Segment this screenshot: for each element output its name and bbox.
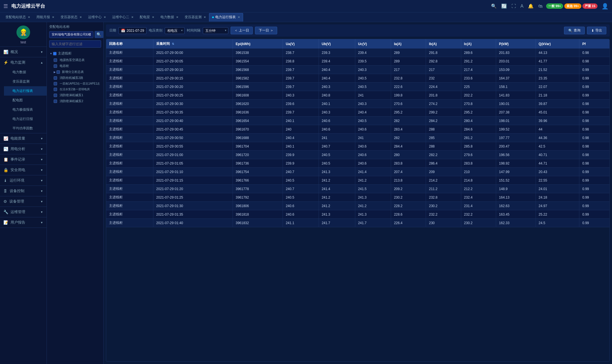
table-row[interactable]: 主进线柜2021-07-29 01:403961832241.1241.7241…: [106, 219, 609, 227]
tree-item-new-cabinet[interactable]: ▶ 新增分立柜总表: [53, 69, 101, 75]
table-row[interactable]: 主进线柜2021-07-29 00:553961704240.1240.7240…: [106, 142, 609, 151]
font-icon[interactable]: A: [519, 3, 525, 9]
table-row[interactable]: 主进线柜2021-07-29 01:353961818240.6241.3241…: [106, 210, 609, 219]
tree-item-ape[interactable]: 一层南1APE2右一层北1APE1左: [53, 81, 101, 87]
table-row[interactable]: 主进线柜2021-07-29 01:053961736239.9240.5240…: [106, 159, 609, 168]
notification-icon[interactable]: 🔔: [527, 3, 535, 9]
sidebar-item-device-mgmt[interactable]: ⚙ 设备管理 ▼: [0, 196, 47, 207]
sidebar-item-power-report[interactable]: 电力运行报表: [4, 86, 47, 96]
tab-close-icon[interactable]: ✕: [204, 16, 206, 19]
sidebar-item-device-control[interactable]: 🎛 设备控制 ▼: [0, 186, 47, 196]
tree-checkbox[interactable]: [54, 76, 57, 80]
table-row[interactable]: 主进线柜2021-07-29 01:253961792240.5241.2241…: [106, 193, 609, 202]
tree-checkbox[interactable]: ✓: [53, 52, 57, 55]
export-button[interactable]: ⬇ 导出: [587, 27, 606, 34]
query-button[interactable]: 🔍 查询: [564, 27, 585, 34]
tree-item-sprinkler2[interactable]: 消防喷淋机械泵2: [53, 98, 101, 104]
voltage-select[interactable]: 相电压 线电压: [165, 27, 185, 34]
tab-power-data[interactable]: 电力数据 ✕: [157, 13, 181, 22]
tree-item-sprinkler1[interactable]: 消防喷淋机械泵1: [53, 92, 101, 98]
tab-distribution-room[interactable]: 配电室 ✕: [137, 13, 157, 22]
next-day-button[interactable]: 下一日 ＞: [255, 27, 277, 34]
table-row[interactable]: 主进线柜2021-07-29 01:003961720239.9240.5240…: [106, 151, 609, 159]
tree-checkbox[interactable]: [54, 82, 57, 85]
search-icon[interactable]: 🔍: [490, 3, 498, 9]
station-input[interactable]: [49, 31, 93, 38]
col-pf[interactable]: Pf: [579, 39, 609, 49]
tab-close-icon[interactable]: ✕: [104, 16, 106, 19]
table-row[interactable]: 主进线柜2021-07-29 00:503961688240.424124128…: [106, 134, 609, 142]
table-row[interactable]: 主进线柜2021-07-29 00:353961636239.7240.3240…: [106, 108, 609, 117]
table-row[interactable]: 主进线柜2021-07-29 01:203961778240.7241.4241…: [106, 185, 609, 193]
sidebar-item-events[interactable]: 📋 事件记录 ▼: [0, 154, 47, 165]
sidebar-item-power-extreme[interactable]: 电力极值报表: [4, 105, 47, 114]
refresh-icon[interactable]: 🔄: [500, 3, 508, 9]
station-search-button[interactable]: 🔍: [95, 31, 103, 38]
col-q[interactable]: Q(kVar): [536, 39, 579, 49]
tree-item-fire-pump2[interactable]: 消防栓机械泵2路: [53, 75, 101, 81]
sidebar-item-power-analysis[interactable]: 📉 用电分析 ▼: [0, 144, 47, 154]
table-row[interactable]: 主进线柜2021-07-29 00:053961554238.8239.4239…: [106, 57, 609, 66]
col-ua[interactable]: Ua(V): [283, 39, 319, 49]
tab-station-status[interactable]: 变配电站状态 ✕: [2, 13, 33, 22]
tab-close-icon[interactable]: ✕: [28, 16, 30, 19]
tab-transformer-status[interactable]: 变压器状态 ✕: [57, 13, 85, 22]
table-row[interactable]: 主进线柜2021-07-29 01:153961766240.5241.2241…: [106, 176, 609, 185]
tab-ops-center[interactable]: 运维中心 ✕: [85, 13, 109, 22]
tree-root-item[interactable]: ▼ ✓ 主进线柜: [49, 50, 101, 57]
tab-ops-center2[interactable]: 运维中心二 ✕: [109, 13, 137, 22]
tree-checkbox[interactable]: [57, 70, 60, 74]
col-uc[interactable]: Uc(V): [355, 39, 391, 49]
col-route[interactable]: 回路名称: [106, 39, 153, 49]
tab-close-icon[interactable]: ✕: [131, 16, 133, 19]
col-epi[interactable]: Epi(kWh): [233, 39, 283, 49]
sidebar-item-ops-mgmt[interactable]: 🔧 运维管理 ▼: [0, 207, 47, 217]
table-row[interactable]: 主进线柜2021-07-29 00:303961620239.6240.1240…: [106, 100, 609, 108]
col-ib[interactable]: Ib(A): [426, 39, 461, 49]
table-row[interactable]: 主进线柜2021-07-29 01:103961754240.7241.3241…: [106, 168, 609, 176]
prev-day-button[interactable]: ＜ 上一日: [231, 27, 253, 34]
sidebar-item-environment[interactable]: 🌡 运行环境 ▼: [0, 175, 47, 186]
filter-input[interactable]: [49, 40, 101, 48]
sidebar-item-safe-power[interactable]: 🔒 安全用电 ▼: [0, 165, 47, 175]
tree-item-heat-pump[interactable]: 地源热泵空调总表: [53, 57, 101, 63]
tree-checkbox[interactable]: [54, 58, 57, 62]
tab-transformer-monitor[interactable]: 变压器监测 ✕: [181, 13, 209, 22]
fullscreen-icon[interactable]: ⛶: [510, 3, 517, 9]
tree-checkbox[interactable]: [54, 64, 57, 68]
tree-item-capacitor[interactable]: 电容柜: [53, 63, 101, 69]
col-p[interactable]: P(kW): [496, 39, 536, 49]
col-ic[interactable]: Ic(A): [461, 39, 496, 49]
table-row[interactable]: 主进线柜2021-07-29 00:203961596239.7240.3240…: [106, 83, 609, 91]
table-row[interactable]: 主进线柜2021-07-29 00:153961582239.7240.4240…: [106, 74, 609, 83]
badge-urgent[interactable]: 紧急 99+: [564, 3, 581, 9]
sidebar-item-transformer-monitor[interactable]: 变压器监测: [4, 77, 47, 86]
table-row[interactable]: 主进线柜2021-07-29 00:003961538238.7239.3239…: [106, 49, 609, 57]
table-row[interactable]: 主进线柜2021-07-29 00:253961608240.3240.8241…: [106, 91, 609, 100]
table-row[interactable]: 主进线柜2021-07-29 00:403961654240.1240.6240…: [106, 117, 609, 125]
sidebar-item-power-monitor[interactable]: ⚡ 电力监测 ▲: [0, 57, 47, 68]
menu-icon[interactable]: ☰: [3, 3, 8, 9]
col-ia[interactable]: Ia(A): [391, 39, 426, 49]
tree-checkbox[interactable]: [54, 100, 57, 103]
sidebar-item-energy-quality[interactable]: 📈 电能质量 ▼: [0, 133, 47, 144]
table-row[interactable]: 主进线柜2021-07-29 01:303961806240.6241.2241…: [106, 202, 609, 210]
tab-monthly-report[interactable]: 用能月报 ✕: [33, 13, 57, 22]
tab-close-icon[interactable]: ✕: [152, 16, 154, 19]
user-avatar-icon[interactable]: 👤: [601, 3, 609, 10]
sidebar-item-power-daily[interactable]: 电力运行日报: [4, 114, 47, 124]
tree-checkbox[interactable]: [54, 94, 57, 97]
badge-severe[interactable]: 严重 15: [582, 3, 598, 9]
table-row[interactable]: 主进线柜2021-07-29 00:453961670240240.6240.6…: [106, 125, 609, 134]
tree-checkbox[interactable]: [54, 88, 57, 91]
col-time[interactable]: 采集时间 ⇅: [153, 39, 233, 49]
sidebar-item-user-report[interactable]: 📝 用户报告 ▼: [0, 217, 47, 228]
shop-icon[interactable]: 🛍: [537, 3, 544, 9]
tab-close-icon[interactable]: ✕: [238, 16, 240, 19]
tab-close-icon[interactable]: ✕: [52, 16, 54, 19]
tab-close-icon[interactable]: ✕: [176, 16, 178, 19]
tab-close-icon[interactable]: ✕: [80, 16, 82, 19]
date-input[interactable]: 📅 2021-07-29: [118, 27, 147, 34]
sidebar-item-overview[interactable]: 📊 概况 ▼: [0, 47, 47, 57]
interval-select[interactable]: 五分钟 十五分钟 三十分钟 一小时: [203, 27, 228, 34]
